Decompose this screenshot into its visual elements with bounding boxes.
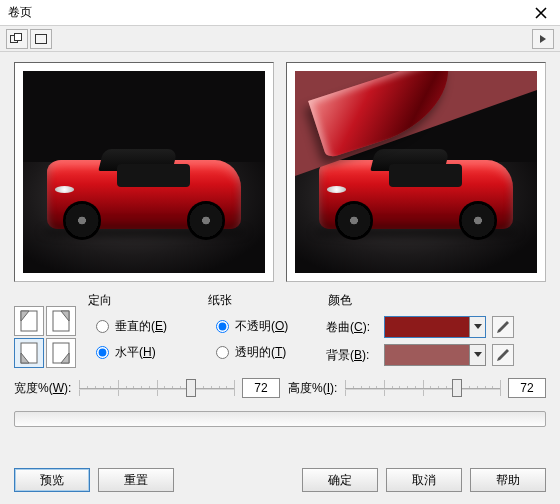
paper-group: 纸张 不透明(O) 透明的(T)	[206, 292, 316, 369]
opaque-radio[interactable]	[216, 320, 229, 333]
eyedropper-icon	[496, 348, 510, 362]
bg-color-swatch	[385, 345, 469, 365]
svg-rect-1	[15, 33, 22, 40]
window-title: 卷页	[8, 4, 32, 21]
orientation-label: 定向	[86, 292, 196, 309]
chevron-down-icon	[474, 324, 482, 330]
corner-bottom-right[interactable]	[46, 338, 76, 368]
vertical-radio[interactable]	[96, 320, 109, 333]
help-button[interactable]: 帮助	[470, 468, 546, 492]
play-button[interactable]	[532, 29, 554, 49]
preview-button[interactable]: 预览	[14, 468, 90, 492]
curl-color-label: 卷曲(C):	[326, 319, 378, 336]
height-slider-label: 高度%(I):	[288, 380, 337, 397]
play-icon	[538, 34, 548, 44]
width-slider-label: 宽度%(W):	[14, 380, 71, 397]
single-preview-icon	[34, 33, 48, 45]
close-button[interactable]	[528, 2, 554, 24]
transparent-label: 透明的(T)	[235, 344, 286, 361]
horizontal-label: 水平(H)	[115, 344, 156, 361]
corner-top-left[interactable]	[14, 306, 44, 336]
dual-preview-icon	[10, 33, 24, 45]
controls-row: 定向 垂直的(E) 水平(H) 纸张 不透明(O) 透明的(T) 颜色 卷曲(C…	[0, 288, 560, 369]
dual-preview-button[interactable]	[6, 29, 28, 49]
svg-rect-2	[36, 34, 47, 43]
transparent-radio[interactable]	[216, 346, 229, 359]
height-value-input[interactable]	[508, 378, 546, 398]
bg-eyedropper[interactable]	[492, 344, 514, 366]
paper-label: 纸张	[206, 292, 316, 309]
height-slider[interactable]	[345, 377, 500, 399]
height-slider-thumb[interactable]	[452, 379, 462, 397]
chevron-down-icon	[474, 352, 482, 358]
ok-button[interactable]: 确定	[302, 468, 378, 492]
close-icon	[535, 7, 547, 19]
color-group: 颜色 卷曲(C): 背景(B):	[326, 292, 546, 369]
title-bar: 卷页	[0, 0, 560, 26]
page-curl-effect	[295, 71, 537, 176]
color-group-label: 颜色	[326, 292, 546, 309]
result-preview[interactable]	[286, 62, 546, 282]
result-image	[295, 71, 537, 273]
single-preview-button[interactable]	[30, 29, 52, 49]
opaque-label: 不透明(O)	[235, 318, 288, 335]
bg-color-dropdown[interactable]	[469, 345, 485, 365]
footer: 预览 重置 确定 取消 帮助	[0, 458, 560, 504]
curl-color-dropdown[interactable]	[469, 317, 485, 337]
preview-area	[0, 52, 560, 288]
original-preview[interactable]	[14, 62, 274, 282]
reset-button[interactable]: 重置	[98, 468, 174, 492]
toolbar	[0, 26, 560, 52]
horizontal-radio[interactable]	[96, 346, 109, 359]
corner-top-right[interactable]	[46, 306, 76, 336]
bg-color-label: 背景(B):	[326, 347, 378, 364]
bg-color-picker[interactable]	[384, 344, 486, 366]
width-slider-thumb[interactable]	[186, 379, 196, 397]
curl-color-picker[interactable]	[384, 316, 486, 338]
corner-bottom-left[interactable]	[14, 338, 44, 368]
progress-bar	[14, 411, 546, 427]
slider-row: 宽度%(W): 高度%(I):	[0, 369, 560, 405]
cancel-button[interactable]: 取消	[386, 468, 462, 492]
curl-color-swatch	[385, 317, 469, 337]
curl-eyedropper[interactable]	[492, 316, 514, 338]
vertical-label: 垂直的(E)	[115, 318, 167, 335]
original-image	[23, 71, 265, 273]
corner-selector	[14, 292, 76, 369]
eyedropper-icon	[496, 320, 510, 334]
orientation-group: 定向 垂直的(E) 水平(H)	[86, 292, 196, 369]
width-value-input[interactable]	[242, 378, 280, 398]
page-curl-dialog: 卷页	[0, 0, 560, 504]
width-slider[interactable]	[79, 377, 234, 399]
